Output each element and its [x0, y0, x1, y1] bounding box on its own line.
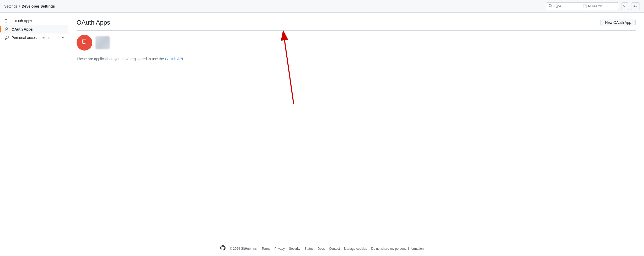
- page-title: OAuth Apps: [77, 19, 110, 26]
- app-icon-registered[interactable]: [77, 35, 92, 51]
- footer-link-security[interactable]: Security: [289, 247, 300, 251]
- search-placeholder-2: to search: [588, 4, 616, 8]
- main-content: OAuth Apps New OAuth App These are appli…: [68, 13, 644, 256]
- header: Settings / Developer Settings Type / to …: [0, 0, 644, 13]
- github-api-link[interactable]: GitHub API: [165, 57, 183, 61]
- sidebar-item-oauth-apps-label: OAuth Apps: [12, 27, 64, 31]
- sidebar-item-github-apps[interactable]: GitHub Apps: [0, 17, 68, 25]
- sidebar: GitHub Apps OAuth Apps Personal access t…: [0, 13, 68, 256]
- description-prefix: These are applications you have register…: [77, 57, 165, 61]
- new-item-button[interactable]: + ▾: [631, 2, 640, 10]
- breadcrumb: Settings / Developer Settings: [4, 4, 55, 8]
- app-icon-blurred: [95, 36, 110, 49]
- person-icon: [4, 27, 9, 31]
- github-logo: [220, 245, 226, 252]
- search-icon: [549, 4, 552, 8]
- sidebar-item-oauth-apps[interactable]: OAuth Apps: [0, 25, 68, 34]
- footer-link-terms[interactable]: Terms: [262, 247, 270, 251]
- footer-link-privacy[interactable]: Privacy: [275, 247, 285, 251]
- footer-link-do-not-share[interactable]: Do not share my personal information: [371, 247, 423, 251]
- chevron-down-icon: ▾: [636, 5, 637, 8]
- new-oauth-app-button[interactable]: New OAuth App: [600, 19, 636, 26]
- page-header: OAuth Apps New OAuth App: [77, 19, 636, 31]
- plus-icon: +: [634, 4, 636, 8]
- breadcrumb-current: Developer Settings: [22, 4, 55, 8]
- chevron-down-icon: ▾: [62, 36, 64, 40]
- sidebar-item-personal-access-tokens-label: Personal access tokens: [12, 36, 60, 40]
- description-suffix: .: [183, 57, 184, 61]
- breadcrumb-separator: /: [19, 4, 20, 8]
- description-text: These are applications you have register…: [77, 57, 636, 61]
- footer-link-docs[interactable]: Docs: [318, 247, 325, 251]
- footer-copyright: © 2024 GitHub, Inc.: [230, 247, 257, 251]
- footer-link-manage-cookies[interactable]: Manage cookies: [344, 247, 367, 251]
- search-box[interactable]: Type / to search: [546, 2, 619, 10]
- monitor-icon: [81, 39, 88, 47]
- annotations-arrows: [68, 13, 644, 143]
- sidebar-item-personal-access-tokens[interactable]: Personal access tokens ▾: [0, 34, 68, 42]
- page-layout: GitHub Apps OAuth Apps Personal access t…: [0, 13, 644, 256]
- terminal-icon: >_: [623, 4, 627, 8]
- breadcrumb-settings[interactable]: Settings: [4, 4, 18, 8]
- key-icon: [4, 36, 9, 40]
- footer: © 2024 GitHub, Inc. Terms Privacy Securi…: [0, 241, 644, 256]
- header-actions: Type / to search >_ + ▾: [546, 2, 640, 10]
- search-kbd: /: [583, 4, 587, 8]
- apps-area: [77, 35, 636, 51]
- sidebar-item-github-apps-label: GitHub Apps: [12, 19, 64, 23]
- grid-icon: [4, 19, 9, 23]
- footer-link-status[interactable]: Status: [304, 247, 313, 251]
- search-placeholder: Type: [554, 4, 582, 8]
- terminal-button[interactable]: >_: [621, 2, 629, 10]
- footer-link-contact[interactable]: Contact: [329, 247, 340, 251]
